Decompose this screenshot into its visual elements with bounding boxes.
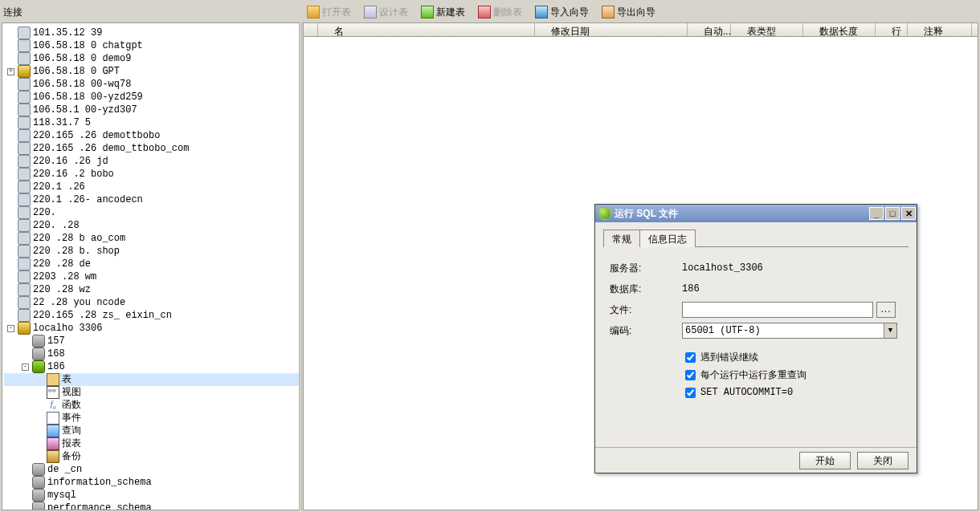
node-icon	[18, 142, 31, 155]
tree-node[interactable]: 220 .28 b. shop	[4, 245, 299, 258]
encoding-value: 65001 (UTF-8)	[683, 325, 884, 336]
tree-node[interactable]: 查询	[4, 425, 299, 437]
node-label: performance_schema	[47, 502, 152, 510]
tree-node[interactable]: 168	[4, 347, 299, 360]
tree-node[interactable]: 220 .28 b ao_com	[4, 232, 299, 245]
tree-node[interactable]: 220.165 .26 demo_ttbobo_com	[4, 142, 299, 155]
node-label: 查询	[62, 425, 81, 437]
tree-node[interactable]: 220.1 .26	[4, 181, 299, 193]
connection-tree-panel[interactable]: 101.35.12 39106.58.18 0 chatgpt106.58.18…	[2, 22, 299, 510]
tree-node[interactable]: 220.1 .26- ancodecn	[4, 193, 299, 206]
close-button[interactable]: 关闭	[857, 452, 909, 469]
delete-table-button[interactable]: 删除表	[473, 3, 527, 21]
node-icon	[47, 412, 59, 425]
tree-node[interactable]: 表	[4, 373, 299, 386]
file-label: 文件:	[610, 303, 682, 317]
tab-log[interactable]: 信息日志	[639, 230, 696, 247]
column-header[interactable]: 行	[876, 23, 908, 36]
tab-general[interactable]: 常规	[603, 230, 640, 247]
node-label: 220 .28 wz	[33, 283, 91, 296]
tree-node[interactable]: performance_schema	[4, 502, 299, 510]
browse-button[interactable]: ...	[876, 302, 896, 318]
new-table-icon	[421, 6, 434, 18]
new-table-button[interactable]: 新建表	[416, 3, 470, 21]
tree-node[interactable]: information_schema	[4, 476, 299, 489]
tree-node[interactable]: 157	[4, 335, 299, 347]
expand-toggle[interactable]: +	[7, 68, 14, 75]
node-label: 220.1 .26	[33, 181, 85, 193]
tree-node[interactable]: 视图	[4, 386, 299, 399]
minimize-button[interactable]: _	[869, 207, 884, 220]
tree-node[interactable]: 106.58.18 0 chatgpt	[4, 39, 299, 52]
node-icon	[32, 463, 45, 476]
node-label: 157	[47, 335, 65, 347]
node-icon	[18, 155, 31, 168]
node-label: 106.58.18 0 demo9	[33, 52, 131, 65]
tree-node[interactable]: 118.31.7 5	[4, 116, 299, 129]
tree-node[interactable]: 220.	[4, 206, 299, 219]
column-header[interactable]	[304, 23, 318, 36]
continue-on-error-row[interactable]: 遇到错误继续	[682, 348, 902, 366]
close-window-button[interactable]: ✕	[901, 207, 916, 220]
node-icon	[18, 296, 31, 309]
design-table-button[interactable]: 设计表	[359, 3, 413, 21]
column-header[interactable]: 表类型	[731, 23, 803, 36]
tree-node[interactable]: 2203 .28 wm	[4, 270, 299, 283]
tree-node[interactable]: 220. .28	[4, 219, 299, 232]
tree-node[interactable]: mysql	[4, 489, 299, 502]
node-icon	[47, 386, 59, 399]
tree-node[interactable]: 220 .28 wz	[4, 283, 299, 296]
multi-query-row[interactable]: 每个运行中运行多重查询	[682, 366, 902, 384]
tree-node[interactable]: 106.58.18 00-yzd259	[4, 91, 299, 104]
delete-table-icon	[478, 6, 491, 18]
file-input[interactable]	[682, 302, 873, 318]
open-table-button[interactable]: 打开表	[302, 3, 356, 21]
column-header[interactable]: 修改日期	[535, 23, 688, 36]
dialog-title-text: 运行 SQL 文件	[615, 207, 868, 221]
tree-node[interactable]: f0函数	[4, 399, 299, 412]
export-wizard-button[interactable]: 导出向导	[597, 3, 660, 21]
tree-node[interactable]: de _cn	[4, 463, 299, 476]
tree-node[interactable]: 106.58.18 0 demo9	[4, 52, 299, 65]
tree-node[interactable]: 22 .28 you ncode	[4, 296, 299, 309]
node-icon	[18, 116, 31, 129]
import-wizard-button[interactable]: 导入向导	[530, 3, 594, 21]
node-icon	[32, 335, 45, 347]
maximize-button[interactable]: □	[885, 207, 900, 220]
tree-node[interactable]: 报表	[4, 437, 299, 450]
dialog-app-icon	[598, 207, 611, 220]
expand-toggle[interactable]: -	[7, 325, 14, 332]
dialog-titlebar[interactable]: 运行 SQL 文件 _ □ ✕	[595, 205, 917, 222]
multi-query-checkbox[interactable]	[685, 370, 696, 380]
tree-node[interactable]: -localho 3306	[4, 322, 299, 335]
continue-on-error-checkbox[interactable]	[685, 352, 696, 363]
column-header[interactable]: 注释	[908, 23, 972, 36]
column-header[interactable]: 自动...	[688, 23, 731, 36]
autocommit-checkbox[interactable]	[685, 388, 696, 398]
tree-node[interactable]: 备份	[4, 450, 299, 463]
node-label: 101.35.12 39	[33, 26, 102, 39]
encoding-select[interactable]: 65001 (UTF-8) ▼	[682, 323, 897, 339]
autocommit-row[interactable]: SET AUTOCOMMIT=0	[682, 384, 902, 401]
node-icon	[32, 360, 45, 373]
node-icon	[18, 129, 31, 142]
column-header[interactable]: 名	[318, 23, 535, 36]
tree-node[interactable]: 106.58.1 00-yzd307	[4, 104, 299, 116]
tree-node[interactable]: 220.165 .26 demottbobo	[4, 129, 299, 142]
column-header[interactable]: 数据长度	[803, 23, 876, 36]
vertical-splitter[interactable]	[299, 22, 302, 510]
tree-node[interactable]: 220 .28 de	[4, 258, 299, 270]
tree-node[interactable]: 106.58.18 00-wq78	[4, 78, 299, 91]
node-label: 220.	[33, 206, 56, 219]
tree-node[interactable]: 101.35.12 39	[4, 26, 299, 39]
tree-node[interactable]: 220.165 .28 zs_ eixin_cn	[4, 309, 299, 322]
tree-node[interactable]: 220.16 .26 jd	[4, 155, 299, 168]
node-label: 报表	[62, 437, 81, 450]
tree-node[interactable]: 220.16 .2 bobo	[4, 168, 299, 181]
start-button[interactable]: 开始	[799, 452, 851, 469]
expand-toggle[interactable]: -	[22, 364, 29, 371]
node-icon	[18, 219, 31, 232]
tree-node[interactable]: 事件	[4, 412, 299, 425]
tree-node[interactable]: +106.58.18 0 GPT	[4, 65, 299, 78]
tree-node[interactable]: -186	[4, 360, 299, 373]
